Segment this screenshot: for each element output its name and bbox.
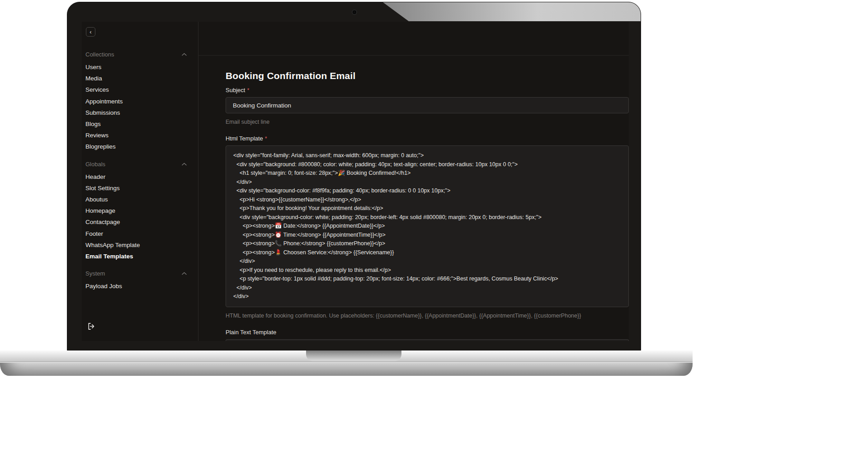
nav-group-toggle-system[interactable]: System xyxy=(85,270,188,277)
nav-group-title: Collections xyxy=(85,51,114,58)
nav-group-toggle-collections[interactable]: Collections xyxy=(85,51,188,58)
code-line: </div> xyxy=(233,292,625,301)
sidebar-item-appointments[interactable]: Appointments xyxy=(85,96,194,107)
chevron-up-icon xyxy=(182,163,187,166)
plain-text-template-field: Plain Text Template xyxy=(226,329,629,341)
logout-button[interactable] xyxy=(86,322,96,332)
content-header xyxy=(198,22,629,56)
subject-field: Subject* Email subject line xyxy=(226,87,629,125)
html-template-description: HTML template for booking confirmation. … xyxy=(226,313,629,319)
sidebar-item-header[interactable]: Header xyxy=(85,171,194,182)
webcam-dot xyxy=(353,10,356,14)
sidebar-item-services[interactable]: Services xyxy=(85,84,194,95)
admin-ui: ‹ CollectionsUsersMediaServicesAppointme… xyxy=(82,22,629,341)
sidebar-item-aboutus[interactable]: Aboutus xyxy=(85,194,194,205)
code-line: <p><strong>⏰ Time:</strong> {{Appointmen… xyxy=(233,231,625,240)
code-line: </div> xyxy=(233,284,625,293)
code-line: </div> xyxy=(233,178,625,187)
html-template-textarea[interactable]: <div style="font-family: Arial, sans-ser… xyxy=(226,145,629,307)
nav-group-title: Globals xyxy=(85,161,105,168)
code-line: <p><strong>📅 Date:</strong> {{Appointmen… xyxy=(233,222,625,231)
edit-form: Booking Confirmation Email Subject* Emai… xyxy=(198,56,629,341)
plain-text-template-textarea[interactable] xyxy=(226,339,629,341)
sidebar-item-email-templates[interactable]: Email Templates xyxy=(85,251,194,262)
sidebar-item-users[interactable]: Users xyxy=(85,61,194,73)
code-line: <p><strong>📞 Phone:</strong> {{customerP… xyxy=(233,239,625,248)
nav-group-globals: GlobalsHeaderSlot SettingsAboutusHomepag… xyxy=(85,161,194,262)
sidebar-item-contactpage[interactable]: Contactpage xyxy=(85,216,194,228)
sidebar-item-homepage[interactable]: Homepage xyxy=(85,205,194,216)
page-canvas: ‹ CollectionsUsersMediaServicesAppointme… xyxy=(0,0,868,458)
subject-label: Subject* xyxy=(226,87,629,93)
laptop-base-bottom xyxy=(0,363,693,376)
sidebar-item-blogs[interactable]: Blogs xyxy=(85,118,194,130)
screen-reflection xyxy=(383,2,641,21)
nav-group-title: System xyxy=(85,270,105,277)
sidebar-collapse-button[interactable]: ‹ xyxy=(86,27,95,37)
sidebar: ‹ CollectionsUsersMediaServicesAppointme… xyxy=(82,22,198,341)
code-line: <div style="background-color: white; pad… xyxy=(233,213,625,222)
nav-group-system: SystemPayload Jobs xyxy=(85,270,194,292)
sidebar-nav: CollectionsUsersMediaServicesAppointment… xyxy=(85,51,194,292)
chevron-up-icon xyxy=(182,53,187,56)
required-asterisk: * xyxy=(247,87,249,93)
code-line: <div style="background-color: #f8f9fa; p… xyxy=(233,187,625,196)
subject-description: Email subject line xyxy=(226,119,629,125)
code-line: <p><strong>💄 Choosen Service:</strong> {… xyxy=(233,248,625,257)
plain-text-template-label: Plain Text Template xyxy=(226,329,629,336)
laptop-screen: ‹ CollectionsUsersMediaServicesAppointme… xyxy=(67,2,641,351)
chevron-up-icon xyxy=(182,272,187,275)
nav-group-collections: CollectionsUsersMediaServicesAppointment… xyxy=(85,51,194,153)
code-line: <p>Hi <strong>{{customerName}}</strong>,… xyxy=(233,196,625,205)
code-line: <div style="background: #800080; color: … xyxy=(233,160,625,169)
subject-input[interactable] xyxy=(226,97,629,113)
sidebar-item-blogreplies[interactable]: Blogreplies xyxy=(85,141,194,152)
sidebar-item-whatsapp-template[interactable]: WhatsApp Template xyxy=(85,239,194,251)
main-content: Booking Confirmation Email Subject* Emai… xyxy=(198,22,629,341)
required-asterisk: * xyxy=(265,135,267,142)
laptop-lid-notch xyxy=(306,351,401,361)
nav-group-toggle-globals[interactable]: Globals xyxy=(85,161,188,168)
html-template-field: Html Template* <div style="font-family: … xyxy=(226,135,629,319)
code-line: <p>If you need to reschedule, please rep… xyxy=(233,266,625,275)
logout-icon xyxy=(87,325,95,332)
sidebar-item-payload-jobs[interactable]: Payload Jobs xyxy=(85,280,194,292)
code-line: <p>Thank you for booking! Your appointme… xyxy=(233,204,625,213)
sidebar-item-media[interactable]: Media xyxy=(85,73,194,84)
page-title: Booking Confirmation Email xyxy=(226,70,629,81)
code-line: <h1 style="margin: 0; font-size: 28px;">… xyxy=(233,169,625,178)
sidebar-item-footer[interactable]: Footer xyxy=(85,228,194,239)
html-template-label: Html Template* xyxy=(226,135,629,142)
code-line: </div> xyxy=(233,257,625,266)
code-line: <div style="font-family: Arial, sans-ser… xyxy=(233,151,625,160)
sidebar-item-submissions[interactable]: Submissions xyxy=(85,107,194,118)
sidebar-item-slot-settings[interactable]: Slot Settings xyxy=(85,182,194,194)
code-line: <p style="border-top: 1px solid #ddd; pa… xyxy=(233,275,625,284)
laptop-base xyxy=(0,351,693,362)
sidebar-item-reviews[interactable]: Reviews xyxy=(85,130,194,141)
chevron-left-icon: ‹ xyxy=(90,28,91,35)
